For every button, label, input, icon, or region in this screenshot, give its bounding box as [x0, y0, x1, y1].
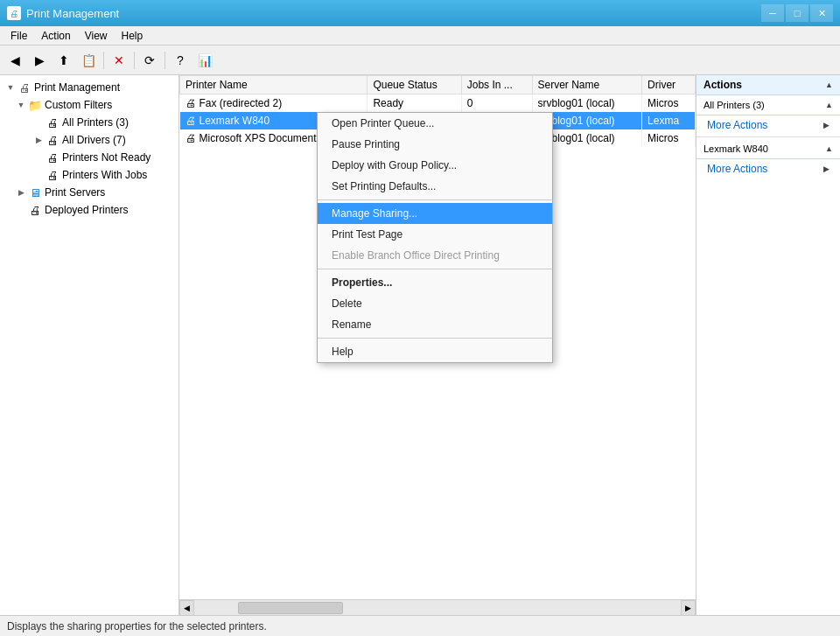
- table-header-row: Printer Name Queue Status Jobs In ... Se…: [180, 76, 696, 94]
- toolbar-delete-button[interactable]: ✕: [108, 49, 130, 72]
- actions-item-more-actions-1[interactable]: More Actions ▶: [696, 115, 840, 135]
- actions-section-all-printers[interactable]: All Printers (3) ▲: [696, 95, 840, 115]
- actions-section-lexmark[interactable]: Lexmark W840 ▲: [696, 139, 840, 159]
- actions-more-actions-arrow-2: ▶: [823, 164, 830, 173]
- tree-icon-custom-filters: 📁: [28, 98, 42, 112]
- table-row[interactable]: 🖨 Fax (redirected 2) Ready 0 srvblog01 (…: [180, 94, 696, 112]
- printer-icon-3: 🖨: [186, 132, 196, 144]
- col-jobs-in[interactable]: Jobs In ...: [461, 76, 532, 94]
- scroll-left-button[interactable]: ◀: [179, 600, 194, 616]
- cell-printer-name: 🖨 Fax (redirected 2): [180, 94, 368, 112]
- tree-item-root[interactable]: ▼ 🖨 Print Management: [0, 79, 178, 96]
- col-server-name[interactable]: Server Name: [532, 76, 642, 94]
- col-queue-status[interactable]: Queue Status: [368, 76, 461, 94]
- context-menu-item-manage-sharing[interactable]: Manage Sharing...: [318, 203, 552, 224]
- cell-driver: Lexma: [642, 112, 696, 129]
- toolbar-refresh-button[interactable]: ⟳: [138, 49, 161, 72]
- scroll-thumb[interactable]: [238, 602, 343, 614]
- tree-expand-not-ready: [32, 150, 46, 164]
- context-menu-item-rename[interactable]: Rename: [318, 314, 552, 335]
- context-menu-item-open-queue[interactable]: Open Printer Queue...: [318, 113, 552, 134]
- actions-more-actions-label-2: More Actions: [707, 163, 767, 175]
- context-menu: Open Printer Queue... Pause Printing Dep…: [317, 112, 553, 363]
- scroll-track[interactable]: [194, 600, 681, 616]
- status-bar: Displays the sharing properties for the …: [0, 615, 840, 636]
- tree-panel: ▼ 🖨 Print Management ▼ 📁 Custom Filters …: [0, 75, 179, 615]
- context-menu-item-deploy[interactable]: Deploy with Group Policy...: [318, 155, 552, 176]
- menu-bar: File Action View Help: [0, 26, 840, 45]
- actions-header-main[interactable]: Actions ▲: [696, 75, 840, 95]
- context-menu-item-properties[interactable]: Properties...: [318, 272, 552, 293]
- tree-label-deployed: Deployed Printers: [45, 204, 128, 216]
- tree-item-all-drivers[interactable]: ▶ 🖨 All Drivers (7): [0, 131, 178, 149]
- context-menu-separator-3: [318, 338, 552, 339]
- cell-jobs: 0: [461, 94, 532, 112]
- toolbar-back-button[interactable]: ◀: [4, 49, 26, 72]
- menu-file[interactable]: File: [4, 28, 34, 44]
- tree-label-not-ready: Printers Not Ready: [62, 151, 150, 164]
- context-menu-item-help[interactable]: Help: [318, 341, 552, 362]
- actions-item-more-actions-2[interactable]: More Actions ▶: [696, 159, 840, 178]
- tree-item-deployed-printers[interactable]: 🖨 Deployed Printers: [0, 201, 178, 219]
- tree-expand-all-drivers[interactable]: ▶: [32, 133, 46, 147]
- cell-driver: Micros: [642, 129, 696, 147]
- menu-action[interactable]: Action: [34, 28, 77, 44]
- tree-expand-print-servers[interactable]: ▶: [14, 185, 28, 199]
- tree-expand-deployed: [14, 203, 28, 217]
- actions-header-label: Actions: [704, 79, 742, 91]
- printer-row-icon-2: 🖨 Lexmark W840: [186, 115, 270, 127]
- tree-label-all-printers: All Printers (3): [62, 116, 129, 129]
- tree-expand-root[interactable]: ▼: [4, 80, 18, 94]
- close-button[interactable]: ✕: [810, 4, 833, 22]
- toolbar-show-hide-button[interactable]: 📋: [77, 49, 100, 72]
- title-bar: 🖨 Print Management ─ □ ✕: [0, 0, 840, 26]
- tree-label-root: Print Management: [34, 81, 120, 94]
- minimize-button[interactable]: ─: [761, 4, 784, 22]
- context-menu-item-pause[interactable]: Pause Printing: [318, 134, 552, 155]
- toolbar-help-button[interactable]: ?: [169, 49, 192, 72]
- tree-label-print-servers: Print Servers: [45, 186, 105, 199]
- tree-icon-root: 🖨: [18, 80, 32, 94]
- toolbar-up-button[interactable]: ⬆: [52, 49, 75, 72]
- cell-queue-status: Ready: [368, 94, 461, 112]
- maximize-button[interactable]: □: [786, 4, 808, 22]
- printer-row-icon-3: 🖨 Microsoft XPS Document...: [186, 132, 326, 144]
- menu-help[interactable]: Help: [115, 28, 150, 44]
- toolbar-properties-button[interactable]: 📊: [193, 49, 216, 72]
- tree-item-print-servers[interactable]: ▶ 🖥 Print Servers: [0, 184, 178, 201]
- tree-icon-all-drivers: 🖨: [46, 133, 60, 147]
- status-bar-text: Displays the sharing properties for the …: [7, 620, 267, 633]
- context-menu-separator-2: [318, 269, 552, 269]
- context-menu-item-branch-office: Enable Branch Office Direct Printing: [318, 245, 552, 266]
- tree-icon-all-printers: 🖨: [46, 115, 60, 129]
- tree-label-all-drivers: All Drivers (7): [62, 134, 126, 146]
- app-icon: 🖨: [7, 6, 21, 20]
- actions-section-lexmark-icon: ▲: [825, 144, 833, 153]
- actions-more-actions-label-1: More Actions: [707, 119, 767, 131]
- col-driver[interactable]: Driver: [642, 76, 696, 94]
- actions-collapse-icon: ▲: [825, 80, 833, 89]
- toolbar-separator-1: [103, 52, 104, 69]
- tree-item-custom-filters[interactable]: ▼ 📁 Custom Filters: [0, 96, 178, 114]
- tree-expand-custom-filters[interactable]: ▼: [14, 98, 28, 112]
- tree-item-printers-not-ready[interactable]: 🖨 Printers Not Ready: [0, 149, 178, 166]
- tree-item-all-printers[interactable]: 🖨 All Printers (3): [0, 114, 178, 131]
- horizontal-scrollbar[interactable]: ◀ ▶: [179, 599, 696, 615]
- actions-panel: Actions ▲ All Printers (3) ▲ More Action…: [696, 75, 840, 615]
- window-title: Print Management: [26, 7, 119, 20]
- toolbar-forward-button[interactable]: ▶: [28, 49, 51, 72]
- tree-icon-not-ready: 🖨: [46, 150, 60, 164]
- tree-icon-deployed: 🖨: [28, 203, 42, 217]
- tree-label-custom-filters: Custom Filters: [45, 99, 112, 111]
- context-menu-item-defaults[interactable]: Set Printing Defaults...: [318, 176, 552, 197]
- tree-item-printers-with-jobs[interactable]: 🖨 Printers With Jobs: [0, 166, 178, 184]
- printer-icon-1: 🖨: [186, 97, 196, 109]
- scroll-right-button[interactable]: ▶: [681, 600, 696, 616]
- col-printer-name[interactable]: Printer Name: [180, 76, 368, 94]
- actions-more-actions-arrow-1: ▶: [823, 121, 830, 129]
- menu-view[interactable]: View: [78, 28, 115, 44]
- context-menu-item-delete[interactable]: Delete: [318, 293, 552, 314]
- tree-expand-with-jobs: [32, 168, 46, 182]
- context-menu-item-print-test[interactable]: Print Test Page: [318, 224, 552, 245]
- actions-section-lexmark-label: Lexmark W840: [704, 143, 768, 154]
